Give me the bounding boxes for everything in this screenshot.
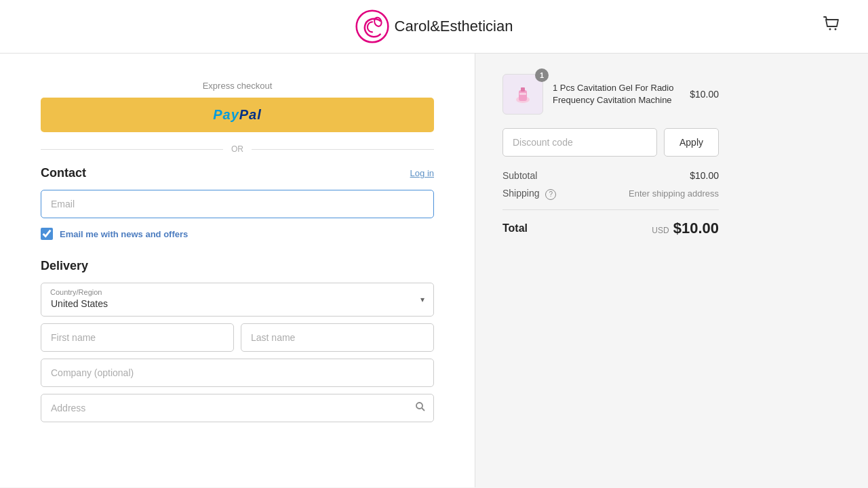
email-newsletter-row: Email me with news and offers: [41, 228, 434, 240]
cart-icon: [823, 16, 841, 33]
svg-point-2: [829, 28, 831, 30]
subtotal-value: $10.00: [690, 170, 719, 181]
cart-button[interactable]: [823, 16, 841, 37]
address-wrapper: [41, 394, 434, 422]
total-value-area: USD $10.00: [652, 220, 719, 237]
apply-button[interactable]: Apply: [664, 128, 719, 157]
address-input[interactable]: [41, 394, 434, 422]
logo-icon: [355, 9, 389, 43]
product-price: $10.00: [690, 89, 719, 100]
summary-divider: [502, 209, 719, 210]
svg-point-3: [835, 28, 837, 30]
svg-rect-9: [519, 93, 526, 95]
first-name-input[interactable]: [41, 323, 234, 352]
shipping-info-icon[interactable]: ?: [545, 189, 556, 200]
product-name: 1 Pcs Cavitation Gel For Radio Frequency…: [553, 82, 680, 106]
last-name-input[interactable]: [241, 323, 434, 352]
country-wrapper: Country/Region United States Canada Unit…: [41, 283, 434, 317]
express-checkout-section: Express checkout PayPal OR: [41, 81, 434, 154]
product-illustration: [509, 81, 536, 108]
svg-rect-8: [521, 87, 525, 92]
page-header: Carol&Esthetician: [0, 0, 868, 54]
contact-header: Contact Log in: [41, 166, 434, 180]
delivery-section: Delivery Country/Region United States Ca…: [41, 259, 434, 422]
company-input[interactable]: [41, 359, 434, 387]
shipping-label: Shipping ?: [502, 188, 556, 200]
subtotal-row: Subtotal $10.00: [502, 170, 719, 181]
contact-section: Contact Log in Email me with news and of…: [41, 166, 434, 240]
svg-rect-7: [519, 90, 527, 101]
order-summary-panel: 1 1 Pcs Cavitation Gel For Radio Frequen…: [475, 54, 746, 487]
total-amount: $10.00: [673, 220, 719, 237]
shipping-row: Shipping ? Enter shipping address: [502, 188, 719, 200]
newsletter-checkbox[interactable]: [41, 228, 53, 240]
main-layout: Express checkout PayPal OR Contact Log i…: [0, 54, 868, 487]
shipping-value: Enter shipping address: [629, 188, 719, 199]
product-image-wrapper: 1: [502, 74, 543, 115]
express-checkout-label: Express checkout: [41, 81, 434, 91]
newsletter-label: Email me with news and offers: [60, 229, 188, 239]
product-quantity-badge: 1: [535, 68, 549, 82]
svg-point-1: [373, 16, 382, 27]
email-input[interactable]: [41, 190, 434, 218]
subtotal-label: Subtotal: [502, 170, 537, 181]
svg-point-0: [356, 11, 388, 43]
paypal-button[interactable]: PayPal: [41, 98, 434, 132]
country-select[interactable]: United States Canada United Kingdom: [41, 283, 434, 317]
discount-code-input[interactable]: [502, 128, 657, 157]
delivery-title: Delivery: [41, 259, 434, 273]
paypal-icon: PayPal: [213, 107, 262, 123]
left-panel: Express checkout PayPal OR Contact Log i…: [0, 54, 475, 487]
product-item: 1 1 Pcs Cavitation Gel For Radio Frequen…: [502, 74, 719, 115]
total-currency: USD: [652, 226, 669, 235]
logo-text: Carol&Esthetician: [395, 18, 513, 35]
logo: Carol&Esthetician: [355, 9, 513, 43]
discount-row: Apply: [502, 128, 719, 157]
login-link[interactable]: Log in: [410, 168, 434, 178]
total-label: Total: [502, 222, 528, 235]
or-divider: OR: [41, 144, 434, 154]
total-row: Total USD $10.00: [502, 220, 719, 237]
contact-title: Contact: [41, 166, 86, 180]
name-row: [41, 323, 434, 352]
